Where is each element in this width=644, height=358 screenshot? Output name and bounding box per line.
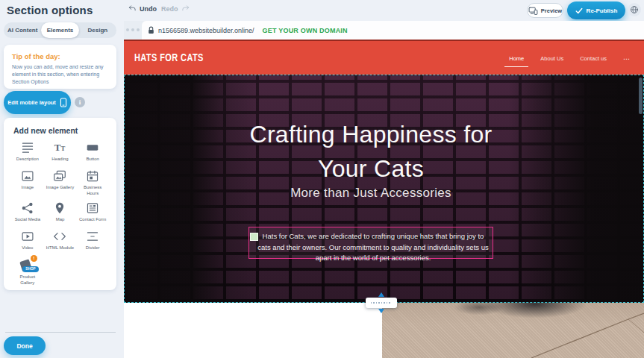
edit-mobile-label: Edit mobile layout	[7, 99, 56, 106]
element-product-gallery[interactable]: ! SHOP Product Gallery	[11, 259, 44, 286]
browser-chrome: n1566589.websitebuilder.online/ GET YOUR…	[124, 21, 644, 40]
undo-button[interactable]: Undo	[128, 4, 157, 13]
element-map[interactable]: Map	[44, 202, 77, 225]
preview-label: Preview	[541, 7, 562, 14]
site-nav: Home About Us Contact us ⋯	[509, 41, 631, 76]
map-pin-icon	[53, 202, 66, 214]
undo-icon	[128, 4, 137, 13]
section-resize-down-icon[interactable]	[378, 309, 384, 313]
business-hours-icon	[86, 170, 99, 182]
add-element-title: Add new element	[11, 126, 109, 135]
redo-icon	[181, 4, 190, 13]
done-button[interactable]: Done	[4, 336, 46, 355]
globe-icon	[630, 5, 639, 14]
hero-title[interactable]: Crafting Happiness for Your Cats	[125, 117, 617, 186]
sidebar-divider	[5, 332, 116, 333]
lock-icon	[148, 26, 154, 34]
tab-ai-content[interactable]: AI Content	[4, 22, 41, 38]
devices-icon	[528, 7, 538, 15]
window-dots-icon	[126, 28, 140, 31]
republish-button[interactable]: Re-Publish	[567, 1, 625, 19]
panel-tabs: AI Content Elements Design	[4, 22, 116, 38]
pavement-photo	[382, 303, 644, 358]
check-icon	[575, 7, 583, 14]
undo-label: Undo	[140, 5, 157, 13]
canvas-scrollbar-thumb[interactable]	[639, 78, 643, 114]
button-icon	[86, 142, 99, 154]
nav-home[interactable]: Home	[509, 55, 524, 62]
contact-form-icon	[86, 202, 99, 214]
language-button[interactable]	[628, 3, 641, 16]
site-preview-canvas: HATS FOR CATS Home About Us Contact us ⋯…	[124, 40, 644, 358]
republish-label: Re-Publish	[587, 7, 618, 14]
hero-content: Crafting Happiness for Your Cats More th…	[125, 75, 617, 304]
tab-design[interactable]: Design	[79, 22, 116, 38]
add-element-panel: Add new element Description TT Heading B…	[4, 118, 116, 290]
app-window: Section options Undo Redo Preview Re-Pub…	[0, 0, 644, 358]
address-bar[interactable]: n1566589.websitebuilder.online/ GET YOUR…	[142, 21, 644, 40]
hero-section[interactable]: Crafting Happiness for Your Cats More th…	[124, 75, 644, 303]
selected-text-element[interactable]: Hats for Cats, we are dedicated to craft…	[248, 227, 493, 259]
element-grid: Description TT Heading Button Image Imag…	[11, 142, 109, 286]
preview-button[interactable]: Preview	[527, 3, 563, 18]
element-video[interactable]: Video	[11, 230, 44, 254]
element-divider[interactable]: Divider	[76, 230, 109, 254]
new-badge-dot: !	[31, 255, 37, 262]
element-contact-form[interactable]: Contact Form	[76, 202, 109, 225]
tip-of-the-day-card: Tip of the day: Now you can add, move an…	[4, 45, 116, 89]
info-icon[interactable]: i	[75, 97, 85, 107]
image-icon	[21, 170, 34, 182]
redo-label: Redo	[161, 5, 178, 13]
social-media-icon	[21, 202, 34, 214]
edit-mobile-layout-button[interactable]: Edit mobile layout	[4, 91, 71, 114]
site-logo[interactable]: HATS FOR CATS	[134, 52, 204, 63]
nav-about-us[interactable]: About Us	[540, 55, 563, 62]
tab-elements[interactable]: Elements	[41, 22, 78, 38]
section-resize-up-icon[interactable]	[378, 292, 384, 297]
element-business-hours[interactable]: Business Hours	[76, 170, 109, 197]
html-module-icon	[53, 230, 66, 242]
svg-text:T: T	[54, 142, 61, 153]
hero-paragraph: Hats for Cats, we are dedicated to craft…	[257, 231, 490, 264]
video-icon	[21, 230, 34, 242]
nav-contact-us[interactable]: Contact us	[580, 55, 607, 62]
shop-badge: SHOP	[22, 266, 39, 272]
svg-text:T: T	[61, 145, 66, 152]
tip-body: Now you can add, move and resize any ele…	[12, 63, 108, 86]
element-heading[interactable]: TT Heading	[44, 142, 77, 165]
hero-subtitle[interactable]: More than Just Accessories	[125, 186, 617, 201]
phone-icon	[60, 98, 67, 107]
description-icon	[21, 142, 34, 154]
divider-icon	[86, 230, 99, 242]
element-social-media[interactable]: Social Media	[11, 202, 44, 225]
drag-dots-icon	[371, 302, 392, 304]
site-url: n1566589.websitebuilder.online/	[158, 27, 254, 34]
product-gallery-icon: ! SHOP	[19, 259, 36, 271]
section-resize-handle[interactable]	[366, 298, 397, 308]
tip-title: Tip of the day:	[12, 52, 108, 60]
redo-button[interactable]: Redo	[161, 4, 190, 13]
image-gallery-icon	[53, 170, 66, 182]
element-image[interactable]: Image	[11, 170, 44, 197]
element-image-gallery[interactable]: Image Gallery	[44, 170, 77, 197]
site-header[interactable]: HATS FOR CATS Home About Us Contact us ⋯	[124, 40, 644, 75]
pavement-crack	[382, 303, 644, 358]
element-html-module[interactable]: HTML Module	[44, 230, 77, 254]
heading-icon: TT	[53, 142, 66, 154]
page-title: Section options	[7, 4, 93, 16]
element-description[interactable]: Description	[11, 142, 44, 165]
element-button[interactable]: Button	[76, 142, 109, 165]
get-domain-link[interactable]: GET YOUR OWN DOMAIN	[263, 27, 348, 34]
